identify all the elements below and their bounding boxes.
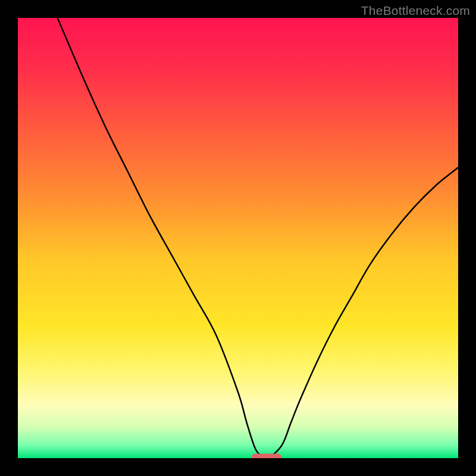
watermark-text: TheBottleneck.com bbox=[361, 4, 470, 18]
optimal-marker bbox=[251, 454, 282, 458]
bottleneck-chart bbox=[18, 18, 458, 458]
chart-frame: TheBottleneck.com bbox=[0, 0, 476, 476]
